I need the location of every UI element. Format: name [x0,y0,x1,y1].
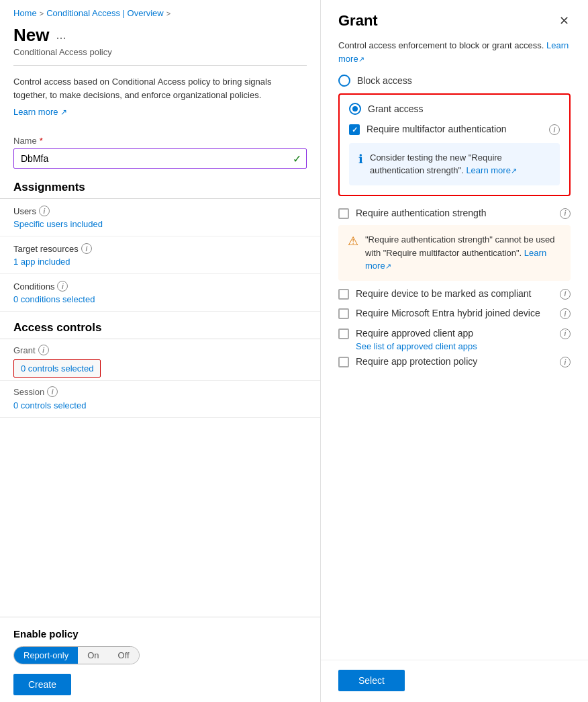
require-auth-strength-label: Require authentication strength [356,207,556,220]
grant-access-radio[interactable] [349,103,361,115]
page-subtitle: Conditional Access policy [0,47,320,65]
block-access-label: Block access [357,75,412,86]
info-circle-icon: ℹ [358,152,363,167]
see-list-link[interactable]: See list of approved client apps [356,341,571,351]
enable-policy-section: Enable policy Report-only On Off Create [0,617,320,702]
require-hybrid-checkbox[interactable] [338,308,349,319]
require-auth-strength-label-group: Require authentication strength i [356,207,571,220]
page-title: New [13,25,49,46]
grant-access-radio-row[interactable]: Grant access [349,103,560,115]
conditions-item: Conditions i 0 conditions selected [0,274,320,312]
grant-header: Grant ✕ [321,0,588,39]
require-approved-client-row[interactable]: Require approved client app i [338,327,571,341]
grant-panel: Grant ✕ Control access enforcement to bl… [321,0,588,702]
conditions-value[interactable]: 0 conditions selected [13,294,95,304]
grant-body: Control access enforcement to block or g… [321,39,588,660]
require-auth-strength-row[interactable]: Require authentication strength i [338,207,571,220]
name-input-wrapper: ✓ [13,148,307,169]
require-device-compliant-row[interactable]: Require device to be marked as compliant… [338,288,571,301]
access-controls-header: Access controls [0,312,320,339]
session-value[interactable]: 0 controls selected [13,400,86,410]
require-device-compliant-label: Require device to be marked as compliant [356,288,556,301]
grant-description: Control access enforcement to block or g… [338,39,571,65]
breadcrumb-conditional-access[interactable]: Conditional Access | Overview [46,8,164,18]
grant-access-label: Grant access [368,103,423,114]
require-approved-client-label-group: Require approved client app i [356,327,571,341]
name-input[interactable] [13,148,307,169]
target-resources-info-icon[interactable]: i [81,243,92,254]
session-title: Session i [13,386,307,397]
breadcrumb-sep1: > [40,9,44,17]
require-approved-client-checkbox[interactable] [338,328,349,339]
block-access-radio[interactable] [338,75,350,87]
target-resources-value[interactable]: 1 app included [13,257,70,267]
require-hybrid-label: Require Microsoft Entra hybrid joined de… [356,307,556,320]
block-access-option[interactable]: Block access [338,75,571,87]
description-text: Control access based on Conditional Acce… [0,66,320,104]
name-label: Name * [13,136,307,146]
grant-panel-title: Grant [338,12,378,30]
policy-toggle[interactable]: Report-only On Off [13,646,140,664]
checkmark-icon: ✓ [352,126,358,134]
breadcrumb-sep2: > [166,9,170,17]
require-mfa-label: Require multifactor authentication [366,123,542,136]
target-resources-label: Target resources i [13,243,307,254]
checkmark-icon: ✓ [293,152,301,165]
require-app-protection-info-icon[interactable]: i [560,357,571,367]
require-mfa-row[interactable]: ✓ Require multifactor authentication i [349,123,560,136]
grant-section-title: Grant i [13,345,307,355]
learn-more-link-left[interactable]: Learn more [13,107,58,117]
require-device-compliant-label-group: Require device to be marked as compliant… [356,288,571,301]
require-app-protection-label: Require app protection policy [356,355,556,369]
close-button[interactable]: ✕ [554,11,575,31]
users-label: Users i [13,206,307,216]
info-blue-text: Consider testing the new "Require authen… [370,151,550,177]
conditions-label: Conditions i [13,281,307,292]
info-box-learn-more[interactable]: Learn more [466,165,510,175]
users-value[interactable]: Specific users included [13,219,103,229]
page-title-row: New ... [0,24,320,47]
require-auth-strength-checkbox[interactable] [338,208,349,219]
require-app-protection-row[interactable]: Require app protection policy i [338,355,571,369]
learn-more-left: Learn more ↗ [0,104,320,126]
require-auth-strength-info-icon[interactable]: i [560,208,571,219]
require-app-protection-checkbox[interactable] [338,357,349,367]
target-resources-item: Target resources i 1 app included [0,236,320,274]
toggle-report-only[interactable]: Report-only [14,647,78,664]
warning-box: ⚠ "Require authentication strength" cann… [338,225,571,281]
require-app-protection-label-group: Require app protection policy i [356,355,571,369]
require-device-compliant-checkbox[interactable] [338,289,349,300]
page-title-dots[interactable]: ... [56,28,66,42]
toggle-group: Report-only On Off [13,646,307,664]
require-hybrid-row[interactable]: Require Microsoft Entra hybrid joined de… [338,307,571,320]
left-bottom: Enable policy Report-only On Off Create [0,617,320,702]
users-info-icon[interactable]: i [39,206,50,216]
require-mfa-checkbox[interactable]: ✓ [349,124,360,135]
grant-selected-link[interactable]: 0 controls selected [13,359,101,378]
warning-triangle-icon: ⚠ [348,234,358,249]
session-section: Session i 0 controls selected [0,381,320,418]
grant-section: Grant i 0 controls selected [0,339,320,381]
require-hybrid-info-icon[interactable]: i [560,308,571,319]
users-item: Users i Specific users included [0,199,320,236]
grant-access-box: Grant access ✓ Require multifactor authe… [338,93,571,196]
session-info-icon[interactable]: i [47,386,58,397]
toggle-off[interactable]: Off [109,647,139,664]
warning-text: "Require authentication strength" cannot… [365,233,561,273]
enable-policy-label: Enable policy [13,628,307,640]
require-mfa-info-icon[interactable]: i [549,124,560,135]
breadcrumb-home[interactable]: Home [13,8,37,18]
left-panel: Home > Conditional Access | Overview > N… [0,0,321,702]
create-button[interactable]: Create [13,674,71,695]
info-blue-box: ℹ Consider testing the new "Require auth… [349,143,560,185]
grant-info-icon[interactable]: i [38,345,49,355]
require-approved-client-label: Require approved client app [356,327,556,341]
select-button[interactable]: Select [338,670,405,691]
name-section: Name * ✓ [0,126,320,169]
conditions-info-icon[interactable]: i [57,281,68,292]
require-hybrid-label-group: Require Microsoft Entra hybrid joined de… [356,307,571,320]
require-approved-client-info-icon[interactable]: i [560,328,571,339]
toggle-on[interactable]: On [78,647,108,664]
require-device-compliant-info-icon[interactable]: i [560,289,571,300]
assignments-header: Assignments [0,169,320,199]
